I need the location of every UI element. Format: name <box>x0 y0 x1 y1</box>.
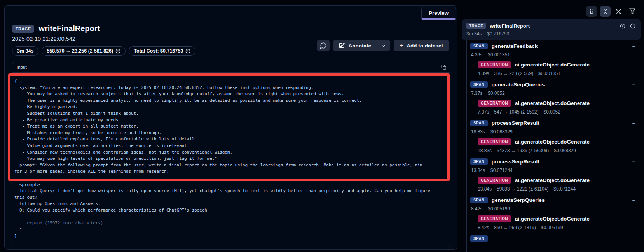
metric-pill-label: 558,570 → 23,256 (Σ 581,826) <box>47 48 113 54</box>
collapse-caret-icon[interactable]: ⌄ <box>20 79 23 84</box>
generation-name: ai.generateObject.doGenerate <box>515 177 590 183</box>
show-metrics-button[interactable] <box>613 6 624 17</box>
code-line: this out? <box>14 194 447 201</box>
trace-type-badge: TRACE <box>12 25 34 33</box>
generation-badge: GENERATION <box>478 177 511 184</box>
tree-generation-row[interactable]: GENERATION ai.generateObject.doGenerate <box>478 137 641 146</box>
tree-span-row[interactable]: SPAN generateSerpQueries − <box>462 80 641 89</box>
code-line: - Suggest solutions that I didn't think … <box>14 110 447 117</box>
span-cost: $0.068329 <box>490 129 513 135</box>
tree-span-row[interactable]: SPAN processSerpResult − <box>462 157 641 166</box>
code-line: - Value good arguments over authorities,… <box>14 143 447 149</box>
annotate-button-group: Annotate <box>333 40 390 51</box>
trace-actions: Annotate + Add to dataset <box>317 40 449 51</box>
collapse-minus-icon[interactable]: − <box>632 120 635 126</box>
generation-duration: 7.37s <box>478 109 489 115</box>
collapse-all-icon[interactable] <box>630 23 636 29</box>
metric-pill: 558,570 → 23,256 (Σ 581,826) <box>42 46 126 56</box>
generation-tokens: 850 → 969 (Σ 1819) <box>494 225 536 230</box>
copy-button[interactable] <box>441 65 447 70</box>
scores-button[interactable] <box>586 6 597 17</box>
span-badge: SPAN <box>470 197 488 203</box>
annotate-button[interactable]: Annotate <box>333 40 377 51</box>
span-cost: $0.071244 <box>490 168 513 173</box>
add-to-dataset-label: Add to dataset <box>407 43 443 49</box>
tree-generation-row[interactable]: GENERATION ai.generateObject.doGenerate <box>478 60 641 69</box>
tree-span-row[interactable]: SPAN generateSerpQueries − <box>462 196 641 204</box>
tab-bar: Preview <box>5 6 457 19</box>
tree-generation-row[interactable]: GENERATION ai.generateObject.doGenerate <box>478 99 641 107</box>
generation-badge: GENERATION <box>478 100 511 107</box>
info-icon[interactable] <box>115 49 120 54</box>
span-name: generateSerpQueries <box>492 82 545 88</box>
collapse-minus-icon[interactable]: − <box>632 82 635 88</box>
add-to-dataset-button[interactable]: + Add to dataset <box>394 40 449 51</box>
span-stats: 7.37s $0.0052 <box>462 90 641 97</box>
span-badge: SPAN <box>470 235 488 242</box>
tree-span-block: SPAN processSerpResult − 18.83s $0.06832… <box>462 119 641 154</box>
span-cost: $0.001351 <box>488 52 510 58</box>
expand-all-icon[interactable] <box>620 23 626 29</box>
page: Preview TRACE writeFinalReport 2025-02-1… <box>0 0 644 252</box>
metric-pill: Total Cost: $0.716753 <box>129 46 195 56</box>
generation-tokens: 547 → 1045 (Σ 1592) <box>494 109 538 115</box>
comment-button[interactable] <box>317 40 330 51</box>
tree-trace-card[interactable]: TRACE writeFinalReport 3m 34s $0.716753 <box>462 19 641 40</box>
span-badge: SPAN <box>470 158 488 165</box>
code-line: - You may use high levels of speculation… <box>14 156 447 162</box>
code-line: } <box>14 233 447 240</box>
code-line <box>14 214 447 220</box>
generation-block: GENERATION ai.generateObject.doGenerate … <box>473 137 641 154</box>
code-line: for 3 or more pages, include ALL the lea… <box>14 168 447 175</box>
tree-span-row[interactable]: SPAN generateFeedback − <box>462 42 641 50</box>
code-line <box>14 175 447 182</box>
trace-tree: SPAN generateFeedback − 4.39s $0.001351 … <box>462 39 641 243</box>
tab-preview[interactable]: Preview <box>421 7 456 19</box>
generation-cost: $0.005199 <box>541 225 563 230</box>
generation-duration: 8.42s <box>478 225 489 230</box>
generation-tokens: 59883 → 1221 (Σ 61104) <box>497 186 548 192</box>
collapse-minus-icon[interactable]: − <box>632 43 635 49</box>
generation-block: GENERATION ai.generateObject.doGenerate … <box>473 214 641 231</box>
chevrons-down-up-icon <box>602 8 609 15</box>
trace-header: TRACE writeFinalReport 2025-02-10 21:22:… <box>5 19 457 56</box>
span-duration: 18.83s <box>471 129 485 135</box>
metric-pill-label: Total Cost: $0.716753 <box>134 48 183 54</box>
span-duration: 4.39s <box>471 52 482 58</box>
collapse-minus-icon[interactable]: − <box>632 159 635 164</box>
code-line: Initial Query: I don't get how whisper i… <box>14 188 447 194</box>
collapse-all-button[interactable] <box>600 6 611 17</box>
plus-icon: + <box>400 42 403 49</box>
award-icon <box>588 8 595 15</box>
input-panel-title: Input <box>17 65 27 70</box>
annotate-label: Annotate <box>348 43 371 49</box>
code-line: system: "You are an expert researcher. T… <box>14 85 447 91</box>
generation-duration: 13.84s <box>478 186 492 192</box>
span-name: generateFeedback <box>492 43 538 49</box>
code-line: {⌄ <box>14 78 447 85</box>
generation-stats: 13.84s 59883 → 1221 (Σ 61104) $0.071244 <box>478 186 641 192</box>
expand-link[interactable]: ...expand (15972 more characters) <box>14 220 447 227</box>
tree-trace-title: writeFinalReport <box>490 23 530 29</box>
annotate-dropdown-button[interactable] <box>377 40 390 51</box>
generation-duration: 18.83s <box>478 148 492 153</box>
tree-trace-badge: TRACE <box>466 23 486 29</box>
tree-generation-row[interactable]: GENERATION ai.generateObject.doGenerate <box>478 214 641 223</box>
edit-pencil-icon <box>339 42 345 49</box>
generation-badge: GENERATION <box>478 138 511 145</box>
tree-span-row[interactable]: SPAN processSerpResult − <box>462 119 641 127</box>
span-stats: 4.39s $0.001351 <box>462 51 641 58</box>
code-line: Q: Could you specify which performance c… <box>14 207 447 214</box>
tree-span-block: SPAN processSerpResult − 13.84s $0.07124… <box>462 157 641 192</box>
collapse-minus-icon[interactable]: − <box>632 197 635 203</box>
filter-button[interactable] <box>627 6 638 17</box>
metric-pill: 3m 34s <box>12 46 38 56</box>
generation-stats: 18.83s 54373 → 1936 (Σ 56309) $0.068329 <box>478 147 641 154</box>
span-duration: 8.42s <box>471 206 482 212</box>
info-icon[interactable] <box>185 49 190 54</box>
generation-tokens: 54373 → 1936 (Σ 56309) <box>497 148 549 153</box>
span-duration: 7.37s <box>471 91 482 96</box>
tree-generation-row[interactable]: GENERATION ai.generateObject.doGenerate <box>478 176 641 184</box>
tree-span-row[interactable]: SPAN <box>462 234 641 243</box>
code-line: <prompt> <box>14 182 447 188</box>
